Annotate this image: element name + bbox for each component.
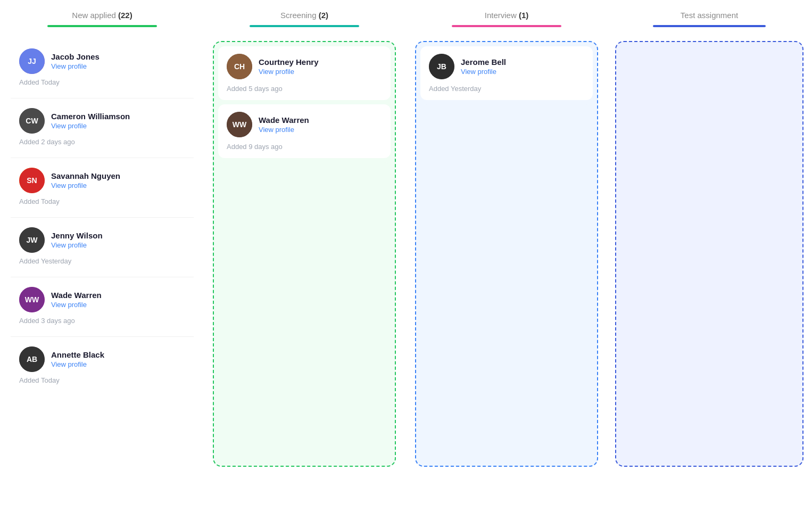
avatar-cameron-williamson: CW xyxy=(19,108,45,134)
column-title-screening: Screening (2) xyxy=(213,11,396,20)
svg-text:WW: WW xyxy=(25,295,39,304)
view-profile-savannah-nguyen[interactable]: View profile xyxy=(51,181,120,189)
card-name-jenny-wilson: Jenny Wilson xyxy=(51,231,103,240)
card-info-cameron-williamson: Cameron Williamson View profile xyxy=(51,112,130,130)
card-user-row: AB Annette Black View profile xyxy=(19,346,185,372)
screening-empty-area xyxy=(218,162,391,461)
card-wade-warren-2: WW Wade Warren View profile Added 3 days… xyxy=(11,279,194,332)
divider xyxy=(11,277,194,277)
view-profile-jacob-jones[interactable]: View profile xyxy=(51,62,100,70)
kanban-board: New applied (22) JJ Jacob Jones View pro… xyxy=(0,0,812,512)
svg-text:CH: CH xyxy=(234,62,245,71)
test-assignment-drop-zone[interactable] xyxy=(615,41,803,467)
avatar-annette-black: AB xyxy=(19,346,45,372)
column-bar-new-applied xyxy=(47,25,157,27)
card-jenny-wilson: JW Jenny Wilson View profile Added Yeste… xyxy=(11,220,194,272)
card-info-jacob-jones: Jacob Jones View profile xyxy=(51,52,100,70)
card-date-annette-black: Added Today xyxy=(19,376,185,384)
view-profile-courtney-henry[interactable]: View profile xyxy=(259,68,319,76)
card-savannah-nguyen: SN Savannah Nguyen View profile Added To… xyxy=(11,160,194,213)
card-annette-black: AB Annette Black View profile Added Toda… xyxy=(11,339,194,392)
column-header-screening: Screening (2) xyxy=(213,11,396,35)
card-user-row: CH Courtney Henry View profile xyxy=(227,54,382,79)
interview-drop-zone[interactable]: JB Jerome Bell View profile Added Yester… xyxy=(415,41,598,467)
card-jerome-bell: JB Jerome Bell View profile Added Yester… xyxy=(420,46,593,100)
card-date-courtney-henry: Added 5 days ago xyxy=(227,85,382,93)
svg-text:AB: AB xyxy=(27,355,37,364)
column-new-applied: New applied (22) JJ Jacob Jones View pro… xyxy=(0,0,202,512)
card-name-annette-black: Annette Black xyxy=(51,350,104,359)
card-courtney-henry: CH Courtney Henry View profile Added 5 d… xyxy=(218,46,391,100)
avatar-courtney-henry: CH xyxy=(227,54,252,79)
card-user-row: JB Jerome Bell View profile xyxy=(429,54,584,79)
card-date-wade-warren: Added 9 days ago xyxy=(227,143,382,151)
card-info-courtney-henry: Courtney Henry View profile xyxy=(259,57,319,76)
column-header-new-applied: New applied (22) xyxy=(11,11,194,35)
column-count-interview: (1) xyxy=(519,11,528,20)
column-count-screening: (2) xyxy=(319,11,328,20)
card-date-jenny-wilson: Added Yesterday xyxy=(19,257,185,265)
card-name-courtney-henry: Courtney Henry xyxy=(259,57,319,67)
card-date-savannah-nguyen: Added Today xyxy=(19,197,185,205)
screening-drop-zone[interactable]: CH Courtney Henry View profile Added 5 d… xyxy=(213,41,396,467)
card-user-row: WW Wade Warren View profile xyxy=(19,287,185,312)
card-info-annette-black: Annette Black View profile xyxy=(51,350,104,368)
card-date-wade-warren-2: Added 3 days ago xyxy=(19,317,185,325)
card-name-jacob-jones: Jacob Jones xyxy=(51,52,100,61)
card-date-jacob-jones: Added Today xyxy=(19,78,185,86)
avatar-jenny-wilson: JW xyxy=(19,227,45,253)
card-user-row: CW Cameron Williamson View profile xyxy=(19,108,185,134)
column-bar-interview xyxy=(452,25,561,27)
column-test-assignment: Test assignment xyxy=(607,0,812,512)
column-title-interview: Interview (1) xyxy=(415,11,598,20)
card-cameron-williamson: CW Cameron Williamson View profile Added… xyxy=(11,101,194,153)
avatar-jacob-jones: JJ xyxy=(19,48,45,74)
column-screening: Screening (2) CH Courtney Henry View pro… xyxy=(202,0,404,512)
avatar-wade-warren-2: WW xyxy=(19,287,45,312)
svg-text:CW: CW xyxy=(26,117,38,125)
card-info-savannah-nguyen: Savannah Nguyen View profile xyxy=(51,171,120,189)
card-name-jerome-bell: Jerome Bell xyxy=(461,57,506,67)
card-user-row: JJ Jacob Jones View profile xyxy=(19,48,185,74)
svg-text:SN: SN xyxy=(27,176,37,185)
card-name-cameron-williamson: Cameron Williamson xyxy=(51,112,130,121)
card-info-jenny-wilson: Jenny Wilson View profile xyxy=(51,231,103,249)
view-profile-annette-black[interactable]: View profile xyxy=(51,360,104,368)
column-title-new-applied: New applied (22) xyxy=(11,11,194,20)
card-user-row: SN Savannah Nguyen View profile xyxy=(19,168,185,193)
card-name-savannah-nguyen: Savannah Nguyen xyxy=(51,171,120,180)
column-title-test-assignment: Test assignment xyxy=(615,11,803,20)
svg-text:JJ: JJ xyxy=(28,57,36,65)
view-profile-wade-warren[interactable]: View profile xyxy=(259,126,309,134)
card-info-wade-warren: Wade Warren View profile xyxy=(259,115,309,134)
svg-text:JW: JW xyxy=(27,236,38,244)
divider xyxy=(11,98,194,98)
column-interview: Interview (1) JB Jerome Bell View profil… xyxy=(404,0,607,512)
card-date-jerome-bell: Added Yesterday xyxy=(429,85,584,93)
divider xyxy=(11,336,194,337)
card-info-jerome-bell: Jerome Bell View profile xyxy=(461,57,506,76)
svg-text:WW: WW xyxy=(233,120,247,129)
column-header-test-assignment: Test assignment xyxy=(615,11,803,35)
avatar-savannah-nguyen: SN xyxy=(19,168,45,193)
card-date-cameron-williamson: Added 2 days ago xyxy=(19,138,185,146)
divider xyxy=(11,158,194,158)
column-count-new-applied: (22) xyxy=(118,11,132,20)
column-bar-test-assignment xyxy=(653,25,766,27)
column-header-interview: Interview (1) xyxy=(415,11,598,35)
view-profile-jerome-bell[interactable]: View profile xyxy=(461,68,506,76)
card-user-row: WW Wade Warren View profile xyxy=(227,112,382,137)
card-jacob-jones: JJ Jacob Jones View profile Added Today xyxy=(11,41,194,94)
card-info-wade-warren-2: Wade Warren View profile xyxy=(51,291,102,309)
view-profile-jenny-wilson[interactable]: View profile xyxy=(51,241,103,249)
avatar-wade-warren: WW xyxy=(227,112,252,137)
avatar-jerome-bell: JB xyxy=(429,54,454,79)
card-wade-warren: WW Wade Warren View profile Added 9 days… xyxy=(218,104,391,158)
cards-new-applied: JJ Jacob Jones View profile Added Today … xyxy=(11,41,194,394)
card-name-wade-warren-2: Wade Warren xyxy=(51,291,102,300)
view-profile-wade-warren-2[interactable]: View profile xyxy=(51,301,102,309)
svg-text:JB: JB xyxy=(437,62,446,71)
view-profile-cameron-williamson[interactable]: View profile xyxy=(51,122,130,130)
column-bar-screening xyxy=(250,25,359,27)
divider xyxy=(11,217,194,218)
